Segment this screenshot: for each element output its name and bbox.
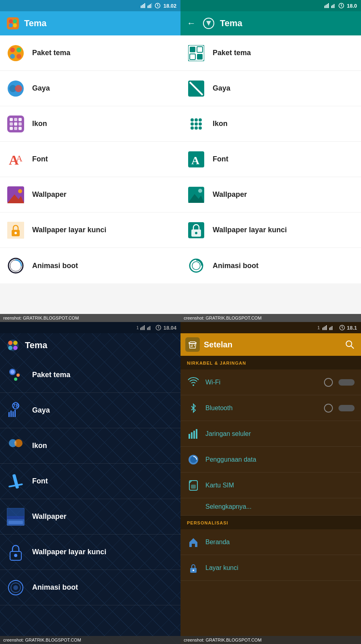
status-icons-q4 (322, 325, 335, 330)
svg-line-124 (351, 346, 354, 349)
settings-header-q4: Setelan (180, 333, 361, 356)
menu-item-animasi-q3[interactable]: Animasi boot (0, 570, 180, 605)
quadrant-4: 1 18.1 Setelan NIRKABEL & JARINGAN Wi-Fi (180, 322, 361, 644)
svg-rect-55 (197, 54, 203, 60)
bluetooth-toggle-bar-q4[interactable] (338, 405, 355, 411)
svg-rect-121 (332, 326, 332, 330)
app-header-q1: Tema (0, 11, 180, 35)
svg-point-65 (195, 126, 198, 130)
svg-rect-77 (140, 328, 141, 330)
menu-list-q3: Paket tema 78 Gaya ! Ikon Font (0, 357, 180, 644)
jaringan-icon-q4 (187, 427, 200, 440)
search-icon-q4[interactable] (343, 338, 356, 351)
app-header-q2: ← Tema (180, 11, 361, 35)
ikon-icon-q2 (187, 115, 205, 133)
menu-item-paket-tema-q1[interactable]: Paket tema (0, 35, 180, 71)
menu-item-ikon-q1[interactable]: Ikon (0, 106, 180, 142)
status-time-q2: 18.0 (347, 3, 357, 9)
settings-item-wifi-q4[interactable]: Wi-Fi (180, 369, 361, 395)
back-button-q2[interactable]: ← (187, 18, 196, 29)
svg-point-12 (9, 23, 13, 27)
wifi-toggle-bar-q4[interactable] (338, 379, 355, 386)
svg-rect-42 (324, 6, 325, 8)
gaya-label-q1: Gaya (32, 84, 50, 93)
svg-rect-48 (334, 4, 334, 8)
wallpaper-label-q3: Wallpaper (32, 512, 66, 521)
animasi-label-q2: Animasi boot (213, 262, 258, 270)
menu-item-wallpaper-kunci-q1[interactable]: Wallpaper layar kunci (0, 213, 180, 248)
svg-point-125 (193, 384, 194, 386)
settings-item-bluetooth-q4[interactable]: Bluetooth (180, 395, 361, 421)
svg-point-21 (15, 85, 22, 92)
penggunaan-icon-q4 (187, 453, 200, 466)
svg-rect-54 (190, 54, 195, 60)
menu-item-paket-tema-q2[interactable]: Paket tema (180, 35, 361, 71)
svg-point-102 (14, 439, 23, 447)
svg-point-17 (10, 54, 15, 59)
svg-rect-52 (190, 47, 195, 52)
animasi-label-q1: Animasi boot (32, 262, 78, 270)
menu-item-font-q1[interactable]: AA Font (0, 142, 180, 177)
svg-text:A: A (191, 154, 200, 167)
menu-item-gaya-q3[interactable]: 78 Gaya (0, 393, 180, 428)
app-title-q2: Tema (220, 18, 242, 29)
menu-item-gaya-q2[interactable]: Gaya (180, 71, 361, 106)
menu-item-wallpaper-q3[interactable]: Wallpaper (0, 499, 180, 535)
svg-rect-115 (322, 328, 323, 330)
bluetooth-toggle-q4[interactable] (324, 404, 333, 413)
svg-rect-3 (144, 3, 145, 8)
svg-rect-7 (151, 3, 152, 8)
tema-icon-q1 (6, 17, 19, 30)
svg-rect-29 (10, 127, 13, 130)
svg-point-87 (13, 341, 18, 345)
svg-point-93 (14, 378, 17, 381)
font-label-q2: Font (213, 155, 228, 163)
watermark-q2: creenshot: GRATRIK.BLOGSPOT.COM (180, 314, 361, 322)
paket-tema-icon-q1 (6, 44, 25, 62)
menu-item-gaya-q1[interactable]: Gaya (0, 71, 180, 106)
animasi-label-q3: Animasi boot (32, 583, 78, 592)
status-icons-q3 (140, 325, 153, 330)
svg-rect-108 (8, 521, 23, 524)
menu-item-font-q3[interactable]: Font (0, 464, 180, 499)
svg-rect-5 (149, 5, 150, 8)
menu-item-ikon-q3[interactable]: ! Ikon (0, 428, 180, 464)
svg-rect-43 (326, 5, 326, 8)
paket-tema-icon-q3 (6, 366, 25, 384)
svg-point-58 (191, 118, 194, 122)
personalisasi-item-layar-kunci-q4[interactable]: Layar kunci (180, 555, 361, 581)
menu-item-ikon-q2[interactable]: Ikon (180, 106, 361, 142)
svg-point-14 (8, 45, 24, 61)
menu-item-animasi-q2[interactable]: Animasi boot (180, 248, 361, 283)
svg-point-39 (14, 232, 17, 234)
svg-point-92 (16, 374, 20, 377)
svg-point-111 (14, 554, 17, 557)
svg-rect-25 (18, 118, 22, 121)
svg-rect-133 (191, 485, 196, 489)
quadrant-3: 1 18.04 Tema Paket tema 78 (0, 322, 180, 644)
menu-item-wallpaper-q2[interactable]: Wallpaper (180, 177, 361, 213)
menu-item-paket-tema-q3[interactable]: Paket tema (0, 357, 180, 393)
svg-point-15 (10, 47, 15, 52)
settings-item-kartu-sim-q4[interactable]: Kartu SIM (180, 473, 361, 498)
wifi-toggle-q4[interactable] (324, 378, 333, 387)
more-link-q4[interactable]: Selengkapnya... (180, 498, 361, 516)
wallpaper-icon-q1 (6, 186, 25, 204)
gaya-icon-q3: 78 (6, 401, 25, 420)
section-personalisasi-label: PERSONALISASI (187, 520, 228, 525)
svg-point-60 (199, 118, 202, 122)
wallpaper-kunci-icon-q2 (187, 221, 205, 239)
settings-item-penggunaan-q4[interactable]: Penggunaan data (180, 447, 361, 473)
svg-rect-46 (331, 6, 332, 8)
menu-item-wallpaper-q1[interactable]: Wallpaper (0, 177, 180, 213)
menu-item-wallpaper-kunci-q2[interactable]: Wallpaper layar kunci (180, 213, 361, 248)
menu-item-font-q2[interactable]: A Font (180, 142, 361, 177)
menu-item-wallpaper-kunci-q3[interactable]: Wallpaper layar kunci (0, 535, 180, 570)
tema-icon-q2 (202, 17, 215, 30)
settings-item-jaringan-q4[interactable]: Jaringan seluler (180, 421, 361, 447)
menu-item-animasi-q1[interactable]: Animasi boot (0, 248, 180, 283)
svg-text:78: 78 (12, 402, 19, 409)
svg-rect-98 (10, 411, 12, 417)
app-header-q3: Tema (0, 333, 180, 357)
personalisasi-item-beranda-q4[interactable]: Beranda (180, 529, 361, 555)
